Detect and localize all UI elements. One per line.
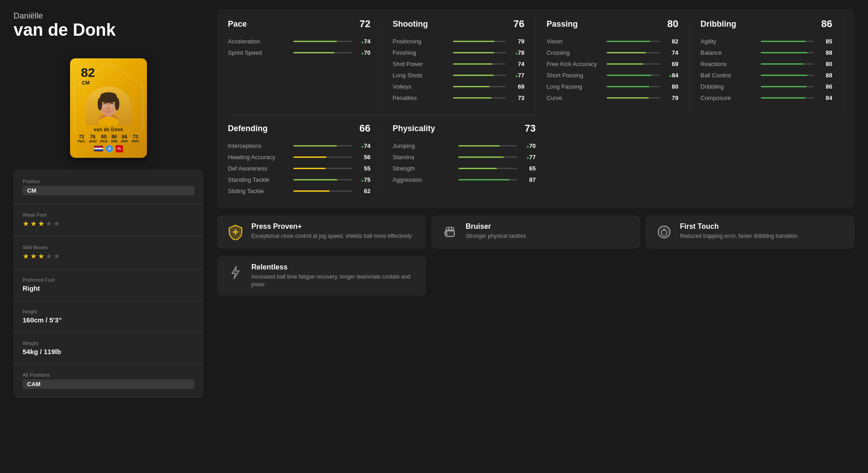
trait-info: First Touch Reduced trapping error, fast… bbox=[680, 222, 797, 240]
stat-name: Interceptions bbox=[228, 142, 286, 149]
player-card-wrapper: 82 CM bbox=[14, 54, 203, 162]
stats-container: Pace 72 Acceleration ▸74 Sprint Speed ▸7… bbox=[217, 9, 854, 208]
stat-bar-container bbox=[293, 179, 352, 180]
stat-bar-container bbox=[293, 168, 352, 169]
star-3: ★ bbox=[38, 219, 44, 228]
stat-row: Stamina ▸77 bbox=[393, 154, 536, 161]
stat-bar-fill bbox=[761, 75, 807, 76]
divider-4 bbox=[14, 300, 203, 301]
category-name-passing: Passing bbox=[547, 19, 578, 29]
position-badge: CM bbox=[23, 186, 194, 195]
stats-category-physicality: Physicality 73 Jumping ▸70 Stamina ▸77 S… bbox=[382, 123, 536, 199]
card-stat-def: 66 DEF bbox=[121, 134, 128, 143]
stat-bar-container bbox=[458, 145, 517, 147]
stat-value: 80 bbox=[667, 83, 679, 90]
svg-point-23 bbox=[663, 229, 665, 231]
stat-value: 80 bbox=[821, 61, 832, 67]
stat-bar-fill bbox=[293, 179, 337, 180]
stat-row: Vision 82 bbox=[547, 38, 679, 45]
stat-value: 62 bbox=[359, 188, 371, 194]
trait-name: First Touch bbox=[680, 222, 797, 231]
stat-bar-container bbox=[293, 190, 352, 192]
stat-row: Sliding Tackle 62 bbox=[228, 188, 371, 194]
svg-marker-24 bbox=[232, 266, 239, 279]
stat-bar-container bbox=[607, 41, 660, 42]
stat-value: 56 bbox=[359, 154, 371, 161]
stat-bar-container bbox=[607, 52, 660, 53]
stat-row: Finishing ▸78 bbox=[393, 49, 525, 56]
category-value-pace: 72 bbox=[359, 18, 370, 30]
stat-value: 74 bbox=[667, 49, 679, 56]
stat-value: ▸75 bbox=[359, 176, 371, 183]
star-1: ★ bbox=[23, 219, 29, 228]
divider-3 bbox=[14, 269, 203, 269]
stat-bar-container bbox=[458, 156, 517, 158]
card-top-row: 82 CM bbox=[77, 66, 140, 85]
trait-name: Bruiser bbox=[466, 222, 526, 231]
height-label: Height bbox=[23, 309, 194, 314]
info-row-alt-pos: Alt Positions CAM bbox=[23, 372, 194, 389]
stat-bar-container bbox=[458, 179, 517, 180]
flag-league-badge: ★ bbox=[106, 145, 113, 152]
stat-bar-fill bbox=[293, 190, 330, 192]
trait-card-bottom: Relentless Increased half time fatigue r… bbox=[217, 256, 426, 296]
stat-bar-container bbox=[453, 63, 506, 65]
stat-bar-container bbox=[293, 145, 352, 147]
stats-category-dribbling: Dribbling 86 Agility 85 Balance 88 React… bbox=[690, 18, 844, 113]
info-row-height: Height 160cm / 5'3" bbox=[23, 309, 194, 324]
stat-bar-fill bbox=[453, 63, 492, 65]
stat-bar-fill bbox=[453, 86, 490, 87]
stat-name: Long Passing bbox=[547, 83, 599, 90]
flag-club-badge: OL bbox=[116, 145, 123, 152]
stats-category-shooting: Shooting 76 Positioning 79 Finishing ▸78… bbox=[382, 18, 536, 113]
stat-value: 55 bbox=[359, 165, 371, 172]
player-last-name: van de Donk bbox=[14, 21, 203, 40]
stat-value: 88 bbox=[821, 49, 832, 56]
player-name-header: Daniëlle van de Donk bbox=[14, 9, 203, 47]
svg-point-12 bbox=[111, 105, 113, 106]
stat-row: Acceleration ▸74 bbox=[228, 38, 371, 45]
flag-netherlands bbox=[94, 146, 103, 151]
svg-rect-17 bbox=[446, 227, 449, 231]
stat-bar-fill bbox=[293, 145, 337, 147]
stat-value: ▸74 bbox=[359, 38, 371, 45]
fist-icon bbox=[440, 222, 459, 241]
stat-value: 79 bbox=[513, 38, 524, 45]
stat-value: 82 bbox=[667, 38, 679, 45]
svg-rect-19 bbox=[452, 227, 454, 231]
stat-name: Long Shots bbox=[393, 72, 446, 79]
trait-card: Press Proven+ Exceptional close control … bbox=[217, 215, 426, 249]
skill-moves-label: Skill Moves bbox=[23, 245, 194, 250]
category-name-physicality: Physicality bbox=[393, 124, 435, 133]
category-value-passing: 80 bbox=[667, 18, 678, 30]
stat-name: Short Passing bbox=[547, 72, 599, 79]
stat-name: Sprint Speed bbox=[228, 49, 286, 56]
stat-name: Penalties bbox=[393, 95, 446, 101]
skill-star-5: ★ bbox=[53, 252, 60, 260]
stat-row: Volleys 69 bbox=[393, 83, 525, 90]
card-photo bbox=[86, 86, 131, 125]
stat-bar-fill bbox=[607, 41, 650, 42]
stat-value: ▸70 bbox=[524, 142, 536, 149]
card-stat-pac: 72 PAC bbox=[78, 134, 85, 143]
info-row-skill: Skill Moves ★ ★ ★ ★ ★ bbox=[23, 245, 194, 260]
stat-name: Reactions bbox=[701, 61, 754, 67]
stat-bar-container bbox=[761, 97, 814, 99]
weak-foot-stars: ★ ★ ★ ★ ★ bbox=[23, 219, 194, 228]
stat-value: ▸74 bbox=[359, 142, 371, 149]
stat-name: Ball Control bbox=[701, 72, 754, 79]
stat-name: Shot Power bbox=[393, 61, 446, 67]
stat-row: Def Awareness 55 bbox=[228, 165, 371, 172]
player-first-name: Daniëlle bbox=[14, 11, 203, 21]
stat-bar-container bbox=[761, 52, 814, 53]
trait-desc: Reduced trapping error, faster dribbling… bbox=[680, 232, 797, 240]
category-header-physicality: Physicality 73 bbox=[393, 123, 536, 136]
trait-desc: Increased half time fatigue recovery, lo… bbox=[251, 273, 417, 289]
stat-row: Short Passing ▸84 bbox=[547, 72, 679, 79]
skill-star-2: ★ bbox=[30, 252, 37, 260]
stat-bar-fill bbox=[453, 97, 492, 99]
weight-label: Weight bbox=[23, 341, 194, 346]
stats-category-passing: Passing 80 Vision 82 Crossing 74 Free Ki… bbox=[536, 18, 690, 113]
card-stat-dri: 86 DRI bbox=[111, 134, 118, 143]
stat-row: Balance 88 bbox=[701, 49, 833, 56]
